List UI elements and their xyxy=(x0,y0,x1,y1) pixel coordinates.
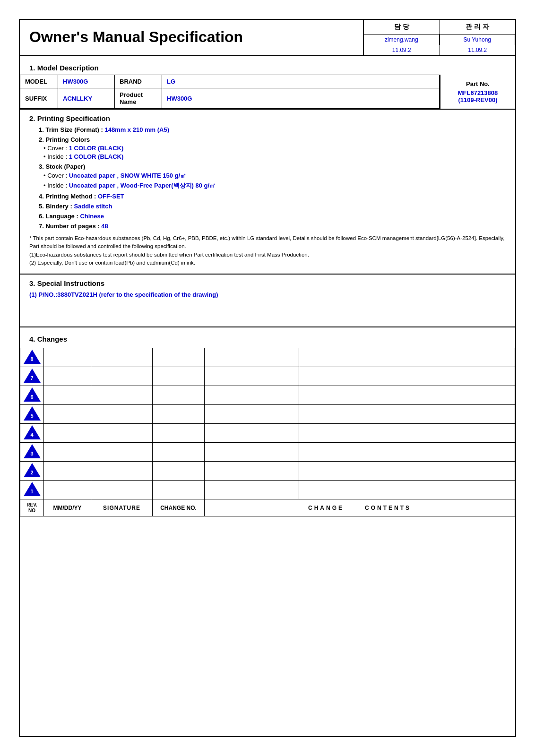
change-cell xyxy=(205,424,299,443)
change-no-cell xyxy=(153,367,205,386)
footer-signature: SIGNATURE xyxy=(91,499,153,516)
spec-item-6: • Cover : Uncoated paper , SNOW WHITE 15… xyxy=(39,172,506,180)
spec-item-10: 6. Language : Chinese xyxy=(39,213,506,220)
spec-highlight-1: 148mm x 210 mm (A5) xyxy=(104,126,169,133)
date-cell xyxy=(44,443,91,462)
change-cell xyxy=(205,367,299,386)
footer-change: CHANGE xyxy=(308,505,344,511)
triangle-shape xyxy=(24,444,41,458)
footer-change-no: CHANGE NO. xyxy=(153,499,205,516)
brand-value: LG xyxy=(162,75,440,88)
part-no-value: MFL67213808 xyxy=(458,89,498,96)
contents-cell xyxy=(299,386,515,405)
spec-highlight-7: Uncoated paper , Wood-Free Paper(백상지) 80… xyxy=(69,182,216,189)
spec-highlight-6: Uncoated paper , SNOW WHITE 150 g/㎡ xyxy=(69,172,186,179)
date-1: 11.09.2 xyxy=(364,45,440,55)
column-label-1: 담 당 xyxy=(364,20,440,34)
section-changes: 4. Changes 8 7 6 5 4 xyxy=(20,327,515,516)
table-row: SUFFIX ACNLLKY Product Name HW300G xyxy=(20,88,440,109)
triangle-shape xyxy=(24,387,41,402)
spec-item-5: 3. Stock (Paper) xyxy=(39,163,506,170)
spec-item-7: • Inside : Uncoated paper , Wood-Free Pa… xyxy=(39,181,506,190)
section3-title: 3. Special Instructions xyxy=(29,279,506,287)
table-row: 8 xyxy=(20,348,515,367)
footer-contents: CONTENTS xyxy=(365,505,411,511)
triangle-shape xyxy=(24,406,41,421)
spec-text-6: • Cover : xyxy=(43,172,69,179)
spec-text-1: 1. Trim Size (Format) : xyxy=(39,126,104,133)
date-cell xyxy=(44,462,91,481)
section1-title: 1. Model Description xyxy=(20,61,515,75)
table-row: 1 xyxy=(20,481,515,499)
contents-cell xyxy=(299,462,515,481)
contents-cell xyxy=(299,405,515,424)
rev-cell: 6 xyxy=(20,386,44,405)
rev-cell: 3 xyxy=(20,443,44,462)
rev-cell: 1 xyxy=(20,481,44,499)
signature-cell xyxy=(91,367,153,386)
special-instruction: (1) P/NO.:3880TVZ021H (refer to the spec… xyxy=(29,291,506,298)
eco-note: * This part contain Eco-hazardous substa… xyxy=(29,234,506,267)
suffix-label: SUFFIX xyxy=(20,88,58,109)
part-no-label: Part No. xyxy=(466,80,490,87)
triangle-wrapper: 2 xyxy=(24,463,41,477)
model-left: MODEL HW300G BRAND LG SUFFIX ACNLLKY Pro… xyxy=(20,75,440,109)
triangle-wrapper: 6 xyxy=(24,387,41,402)
section4-title: 4. Changes xyxy=(20,332,515,348)
model-info-row: MODEL HW300G BRAND LG SUFFIX ACNLLKY Pro… xyxy=(20,75,515,109)
table-row: 5 xyxy=(20,405,515,424)
spec-item-11: 7. Number of pages : 48 xyxy=(39,223,506,230)
footer-rev-no: REV.NO xyxy=(20,499,44,516)
spec-highlight-8: OFF-SET xyxy=(98,193,124,200)
triangle-wrapper: 7 xyxy=(24,369,41,383)
rev-cell: 7 xyxy=(20,367,44,386)
spec-item-4: • Inside : 1 COLOR (BLACK) xyxy=(39,153,506,160)
part-no-area: Part No. MFL67213808 (1109-REV00) xyxy=(440,75,515,109)
spec-item-3: • Cover : 1 COLOR (BLACK) xyxy=(39,145,506,152)
spec-text-9: 5. Bindery : xyxy=(39,203,74,210)
title-cell: Owner's Manual Specification xyxy=(20,20,364,55)
spec-text-4: • Inside : xyxy=(43,153,69,160)
spec-text-3: • Cover : xyxy=(43,145,69,152)
signature-cell xyxy=(91,443,153,462)
suffix-value: ACNLLKY xyxy=(58,88,115,109)
change-cell xyxy=(205,348,299,367)
change-cell xyxy=(205,481,299,499)
footer-change-contents: CHANGE CONTENTS xyxy=(205,499,515,516)
change-no-cell xyxy=(153,348,205,367)
contents-cell xyxy=(299,348,515,367)
spec-item-1: 1. Trim Size (Format) : 148mm x 210 mm (… xyxy=(39,126,506,133)
date-cell xyxy=(44,367,91,386)
change-no-cell xyxy=(153,481,205,499)
date-cell xyxy=(44,405,91,424)
rev-cell: 8 xyxy=(20,348,44,367)
spec-item-2: 2. Printing Colors xyxy=(39,136,506,143)
header-right: 담 당 관 리 자 zimeng.wang 11.09.2 Su Yuhong … xyxy=(364,20,515,55)
table-row: 7 xyxy=(20,367,515,386)
signature-cell xyxy=(91,405,153,424)
change-no-cell xyxy=(153,405,205,424)
signature-cell xyxy=(91,462,153,481)
signature-cell xyxy=(91,386,153,405)
contents-cell xyxy=(299,424,515,443)
person-1: zimeng.wang xyxy=(364,34,440,45)
triangle-wrapper: 5 xyxy=(24,406,41,421)
rev-cell: 2 xyxy=(20,462,44,481)
spec-highlight-3: 1 COLOR (BLACK) xyxy=(69,145,124,152)
change-no-cell xyxy=(153,443,205,462)
model-label: MODEL xyxy=(20,75,58,88)
spec-item-9: 5. Bindery : Saddle stitch xyxy=(39,203,506,210)
change-no-cell xyxy=(153,424,205,443)
signature-cell xyxy=(91,348,153,367)
eco-note-text: * This part contain Eco-hazardous substa… xyxy=(29,235,504,266)
triangle-wrapper: 3 xyxy=(24,444,41,458)
changes-table: 8 7 6 5 4 3 2 xyxy=(20,348,515,516)
signature-cell xyxy=(91,424,153,443)
spec-highlight-11: 48 xyxy=(101,223,108,230)
spec-text-7: • Inside : xyxy=(43,182,69,189)
part-no-rev: (1109-REV00) xyxy=(458,96,497,103)
spec-highlight-4: 1 COLOR (BLACK) xyxy=(69,153,124,160)
triangle-shape xyxy=(24,369,41,383)
header-columns-row: 담 당 관 리 자 xyxy=(364,20,515,34)
table-row: MODEL HW300G BRAND LG xyxy=(20,75,440,88)
